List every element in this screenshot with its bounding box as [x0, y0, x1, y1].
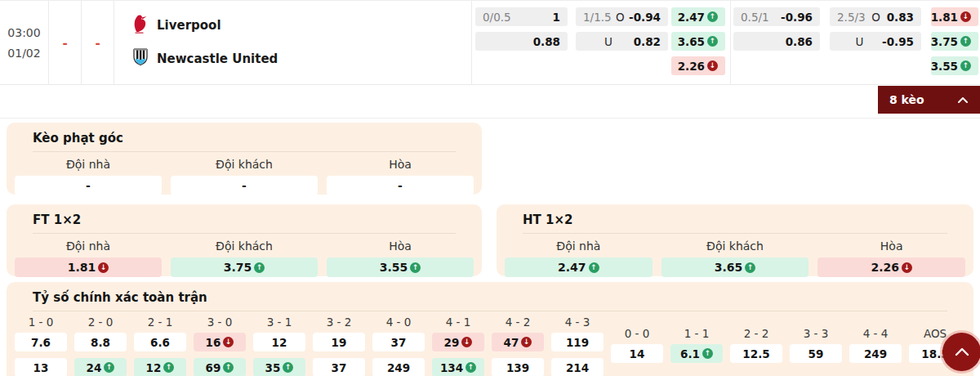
- score-odds-cell[interactable]: 134↑: [432, 358, 484, 376]
- odds-cell-handicap[interactable]: 0.88: [475, 32, 568, 51]
- ft-handicap-column: 0/0.510.88: [475, 1, 568, 51]
- trend-up-icon: ↑: [960, 36, 971, 47]
- score-column-draw: 0 - 014: [611, 316, 663, 376]
- ft-odds-cell[interactable]: 1.81↓: [15, 257, 162, 277]
- liverpool-crest-icon: [132, 14, 149, 37]
- score-odds-cell[interactable]: 59: [790, 344, 842, 363]
- ft-column: Đội nhà1.81↓: [15, 238, 162, 277]
- trend-down-icon: ↓: [707, 60, 718, 71]
- score-column: 3 - 21937: [313, 316, 365, 376]
- ft-1x2-card: FT 1×2 Đội nhà1.81↓Đội khách3.75↑Hòa3.55…: [7, 204, 482, 276]
- match-time-cell: 03:00 01/02: [0, 1, 49, 85]
- score-odds-cell[interactable]: 69↑: [194, 358, 246, 376]
- odds-cell-1x2[interactable]: 3.55↑: [931, 56, 978, 75]
- trend-down-icon: ↓: [902, 262, 912, 273]
- ht-odds-cell[interactable]: 3.65↑: [662, 257, 809, 277]
- score-odds-cell[interactable]: 139: [492, 358, 544, 376]
- score-column: 2 - 08.824↑: [74, 316, 127, 376]
- corner-odds-cell[interactable]: -: [15, 176, 162, 195]
- ft-over-under-column: 1/1.5O-0.94U0.82: [576, 1, 668, 51]
- odds-value: 139: [506, 361, 529, 374]
- ht-1x2-card: HT 1×2 Đội nhà2.47↑Đội khách3.65↑Hòa2.26…: [497, 204, 973, 276]
- betting-odds-page: 03:00 01/02 - - Liverpool: [0, 0, 980, 376]
- divider: [730, 1, 731, 85]
- odds-value: 2.47: [558, 261, 586, 274]
- trend-down-icon: ↓: [521, 337, 532, 347]
- score-odds-cell[interactable]: 14: [611, 344, 663, 363]
- score-odds-cell[interactable]: 12: [253, 333, 305, 351]
- ht-column: Hòa2.26↓: [817, 238, 965, 277]
- score-odds-cell[interactable]: 7.6: [15, 333, 67, 351]
- score-odds-cell[interactable]: 6.6: [134, 333, 186, 351]
- odds-value: 3.75: [224, 261, 252, 274]
- score-odds-cell[interactable]: 214: [551, 358, 604, 376]
- trend-up-icon: ↑: [163, 362, 174, 373]
- corner-odds-cell[interactable]: -: [327, 176, 474, 195]
- odds-cell-handicap[interactable]: 0.5/1-0.96: [733, 7, 820, 26]
- trend-up-icon: ↑: [702, 348, 713, 359]
- away-score-cell: -: [82, 1, 114, 85]
- score-odds-cell[interactable]: 16↓: [194, 333, 246, 351]
- score-odds-cell[interactable]: 29↓: [432, 333, 484, 351]
- home-score-cell: -: [49, 1, 82, 85]
- ft-card-title: FT 1×2: [33, 213, 456, 234]
- odds-cell-1x2[interactable]: 3.75↑: [931, 32, 978, 51]
- corner-odds-cell[interactable]: -: [171, 176, 318, 195]
- ft-column: Hòa3.55↑: [327, 238, 474, 277]
- odds-cell-over_under[interactable]: 2.5/3O0.83: [830, 7, 921, 26]
- score-odds-cell[interactable]: 6.1↑: [670, 344, 723, 363]
- score-odds-cell[interactable]: 249: [849, 344, 902, 363]
- odds-cell-over_under[interactable]: 1/1.5O-0.94: [576, 7, 668, 26]
- score-odds-cell[interactable]: 24↑: [74, 358, 127, 376]
- trend-down-icon: ↓: [223, 337, 234, 347]
- ht-odds-cell[interactable]: 2.47↑: [505, 257, 653, 277]
- odds-cell-over_under[interactable]: U0.82: [576, 32, 668, 51]
- odds-value: 14: [630, 347, 645, 360]
- odds-cell-handicap[interactable]: 0/0.51: [475, 7, 568, 26]
- odds-value: 119: [566, 336, 589, 349]
- odds-cell-1x2[interactable]: 2.26↓: [671, 56, 725, 75]
- odds-value: -0.95: [882, 35, 914, 48]
- ft-odds-cell[interactable]: 3.55↑: [327, 257, 474, 277]
- score-odds-cell[interactable]: 19: [313, 333, 365, 351]
- odds-value: 3.55: [380, 261, 408, 274]
- score-odds-cell[interactable]: 8.8: [74, 333, 127, 351]
- keo-count-toggle[interactable]: 8 kèo: [878, 86, 980, 114]
- odds-value: 0.82: [634, 35, 661, 48]
- ht-column: Đội nhà2.47↑: [505, 238, 653, 277]
- odds-cell-over_under[interactable]: U-0.95: [830, 32, 921, 51]
- home-team-row[interactable]: Liverpool: [132, 11, 471, 38]
- divider: [471, 1, 472, 85]
- score-odds-cell[interactable]: 12.5: [730, 344, 782, 363]
- odds-cell-1x2[interactable]: 3.65↑: [671, 32, 725, 51]
- trend-down-icon: ↓: [461, 337, 472, 347]
- score-label: 4 - 3: [551, 316, 604, 329]
- score-label: 2 - 0: [74, 316, 127, 329]
- scroll-to-top-button[interactable]: [942, 333, 980, 371]
- odds-value: 249: [864, 347, 887, 360]
- odds-cell-1x2[interactable]: 2.47↑: [671, 7, 725, 26]
- odds-value: -0.94: [629, 11, 661, 24]
- score-odds-cell[interactable]: 12↑: [134, 358, 186, 376]
- odds-value: 8.8: [91, 336, 110, 349]
- away-team-name: Newcastle United: [157, 51, 278, 66]
- score-odds-cell[interactable]: 35↑: [253, 358, 305, 376]
- score-odds-cell[interactable]: 47↓: [492, 333, 544, 351]
- away-team-row[interactable]: Newcastle United: [132, 45, 471, 72]
- trend-up-icon: ↑: [707, 11, 718, 22]
- odds-value: 3.55: [931, 60, 958, 73]
- score-odds-cell[interactable]: 37: [313, 358, 365, 376]
- ft-odds-cell[interactable]: 3.75↑: [171, 257, 318, 277]
- score-odds-cell[interactable]: 13: [15, 358, 67, 376]
- ht-odds-cell[interactable]: 2.26↓: [817, 257, 965, 277]
- odds-cell-handicap[interactable]: 0.86: [733, 32, 820, 51]
- score-odds-cell[interactable]: 119: [551, 333, 604, 351]
- odds-cell-1x2[interactable]: 1.81↓: [931, 7, 978, 26]
- match-odds-table: 03:00 01/02 - - Liverpool: [0, 0, 980, 85]
- column-header: Đội nhà: [505, 239, 653, 253]
- trend-up-icon: ↑: [745, 262, 755, 273]
- score-label: 4 - 4: [849, 327, 902, 340]
- column-header: Hòa: [327, 158, 474, 171]
- score-odds-cell[interactable]: 249: [372, 358, 425, 376]
- score-odds-cell[interactable]: 37: [372, 333, 425, 351]
